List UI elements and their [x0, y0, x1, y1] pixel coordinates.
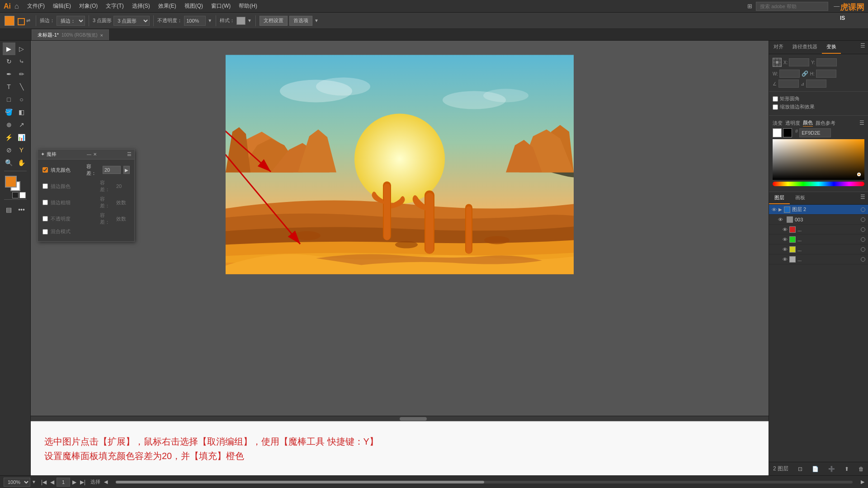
layergray-visibility-icon[interactable]: 👁	[783, 257, 788, 262]
chart-tool[interactable]: 📊	[15, 131, 28, 144]
w-input[interactable]	[779, 70, 800, 78]
gradient-tool[interactable]: ◧	[15, 106, 28, 118]
line-tool[interactable]: ╲	[15, 80, 28, 93]
stroke-width-checkbox[interactable]	[42, 200, 48, 205]
slice-tool[interactable]: ⊘	[3, 144, 15, 156]
panel-minimize-btn[interactable]: —	[87, 152, 91, 157]
white-swatch[interactable]	[19, 192, 26, 198]
text-tool[interactable]: T	[3, 80, 15, 93]
move-to-layer-btn[interactable]: ⬆	[843, 465, 850, 473]
layer-item-gray[interactable]: 👁 ...	[769, 254, 868, 264]
hand-tool[interactable]: ✋	[15, 156, 28, 169]
tab-close-icon[interactable]: ×	[100, 33, 103, 38]
new-layer-btn[interactable]: 📄	[811, 465, 820, 473]
delete-layer-btn[interactable]: 🗑	[857, 465, 865, 473]
prev-page-btn[interactable]: ◀	[49, 479, 56, 486]
magic-wand-tool[interactable]: Y	[15, 144, 28, 156]
doc-settings-button[interactable]: 文档设置	[259, 16, 288, 26]
stroke-weight-select[interactable]: 3 点圆形	[113, 16, 150, 26]
layer2-visibility-icon[interactable]: 👁	[772, 207, 777, 212]
angle-input[interactable]	[778, 80, 799, 88]
hue-slider[interactable]	[773, 182, 864, 186]
status-arrow-right[interactable]: ▶	[861, 479, 864, 485]
menu-select[interactable]: 选择(S)	[128, 1, 154, 11]
x-input[interactable]	[789, 58, 809, 66]
black-swatch[interactable]	[12, 192, 19, 198]
foreground-color-swatch[interactable]	[5, 176, 17, 188]
pathfinder-tool[interactable]: ⊕	[3, 118, 15, 131]
scale-strokes-checkbox[interactable]	[773, 104, 778, 110]
rect-tool[interactable]: □	[3, 93, 15, 106]
symbol-tool[interactable]: ⚡	[3, 131, 15, 144]
operation-select[interactable]: 插边：	[57, 16, 85, 26]
layergreen-visibility-icon[interactable]: 👁	[783, 237, 788, 242]
select-tool[interactable]: ▶	[3, 42, 15, 55]
transform-tool[interactable]: ↗	[15, 118, 28, 131]
color-fg-swatch[interactable]	[773, 128, 782, 137]
zoom-select[interactable]: 100%	[4, 478, 30, 487]
layer-item-layer2[interactable]: 👁 ▶ 图层 2	[769, 205, 868, 215]
h-input[interactable]	[816, 70, 836, 78]
shear-input[interactable]	[806, 80, 826, 88]
search-input[interactable]	[756, 2, 828, 11]
preferences-arrow[interactable]: ▼	[314, 18, 319, 23]
fill-tolerance-step-btn[interactable]: ▶	[123, 166, 130, 174]
menu-file[interactable]: 文件(F)	[24, 1, 48, 11]
direct-select-tool[interactable]: ▷	[15, 42, 28, 55]
color-tab[interactable]: 颜色	[803, 119, 813, 127]
status-arrow-left[interactable]: ◀	[104, 479, 108, 485]
menu-help[interactable]: 帮助(H)	[235, 1, 261, 11]
layerred-visibility-icon[interactable]: 👁	[783, 227, 788, 232]
opacity-arrow[interactable]: ▼	[208, 18, 212, 23]
brush-tool[interactable]: ✏	[15, 68, 28, 80]
layers-tab[interactable]: 图层	[769, 192, 790, 204]
stroke-swatch-box[interactable]	[18, 18, 25, 25]
menu-window[interactable]: 窗口(W)	[208, 1, 234, 11]
page-number-input[interactable]	[57, 478, 70, 487]
layer2-expand-icon[interactable]: ▶	[778, 207, 782, 212]
style-preview[interactable]	[236, 17, 245, 25]
more-tools[interactable]: •••	[15, 203, 28, 216]
layeryellow-visibility-icon[interactable]: 👁	[783, 247, 788, 252]
horizontal-scrollbar[interactable]	[31, 416, 769, 421]
layer-item-green[interactable]: 👁 ...	[769, 235, 868, 244]
add-layer-btn[interactable]: ➕	[827, 465, 836, 473]
artboards-tab[interactable]: 画板	[790, 192, 811, 204]
menu-view[interactable]: 视图(Q)	[181, 1, 207, 11]
color-menu-btn[interactable]: ☰	[859, 120, 864, 126]
opacity-checkbox[interactable]	[42, 216, 48, 221]
next-page-btn[interactable]: ▶	[71, 479, 78, 486]
layers-menu-btn[interactable]: ☰	[858, 192, 868, 204]
paintbucket-tool[interactable]: 🪣	[3, 106, 15, 118]
menu-object[interactable]: 对象(O)	[75, 1, 101, 11]
round-corners-checkbox[interactable]	[773, 96, 778, 102]
fill-color-checkbox[interactable]	[42, 167, 48, 173]
rotate-tool[interactable]: ↻	[3, 55, 15, 68]
make-clipping-mask-btn[interactable]: ⊡	[797, 465, 804, 473]
menu-text[interactable]: 文字(T)	[102, 1, 127, 11]
last-page-btn[interactable]: ▶|	[79, 479, 87, 486]
transparency-tab[interactable]: 透明度	[785, 120, 800, 127]
layer-item-003[interactable]: 👁 003	[769, 215, 868, 225]
opacity-input[interactable]	[184, 16, 206, 26]
panel-menu-btn[interactable]: ☰	[858, 41, 868, 54]
fill-swatch-box[interactable]	[5, 16, 14, 26]
style-arrow[interactable]: ▼	[247, 18, 252, 23]
first-page-btn[interactable]: |◀	[40, 479, 48, 486]
y-input[interactable]	[816, 58, 837, 66]
hex-color-input[interactable]	[799, 128, 831, 137]
color-bg-swatch[interactable]	[783, 128, 792, 137]
layer-item-yellow[interactable]: 👁 ...	[769, 244, 868, 254]
preferences-button[interactable]: 首选项	[289, 16, 312, 26]
stroke-mode-icon[interactable]: ⇌	[26, 18, 30, 23]
menu-effect[interactable]: 效果(E)	[155, 1, 180, 11]
transform-anchor-grid[interactable]	[773, 58, 782, 67]
group-tool[interactable]: ▤	[3, 203, 15, 216]
home-icon[interactable]: ⌂	[14, 2, 19, 10]
scrollbar-thumb[interactable]	[400, 417, 427, 421]
pen-tool[interactable]: ✒	[3, 68, 15, 80]
ellipse-tool[interactable]: ○	[15, 93, 28, 106]
color-ref-tab[interactable]: 颜色参考	[816, 120, 835, 127]
fill-color-tolerance-input[interactable]	[103, 166, 121, 174]
blend-mode-checkbox[interactable]	[42, 229, 48, 235]
